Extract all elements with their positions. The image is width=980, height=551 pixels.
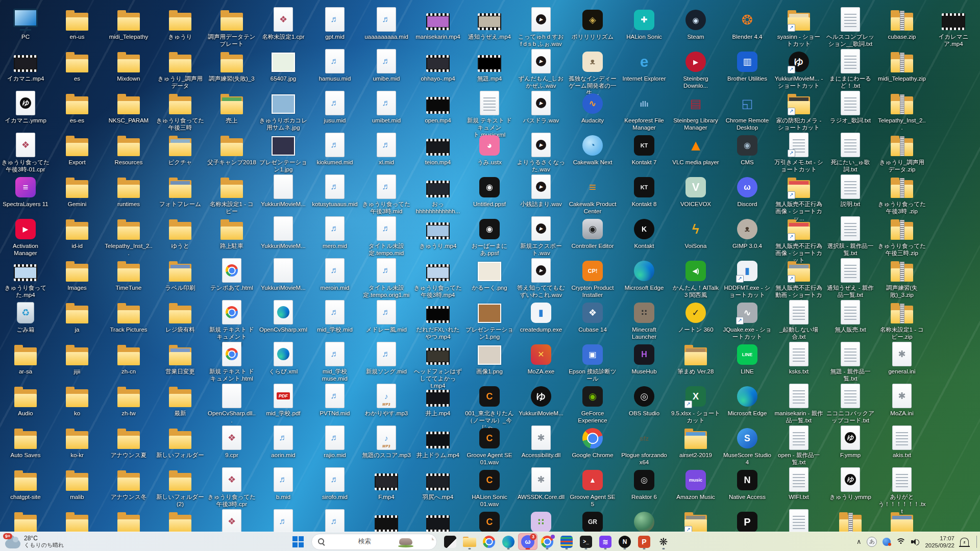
desktop-icon[interactable]: runtimes: [104, 174, 153, 208]
desktop-icon[interactable]: ♬rajio.mid: [310, 425, 359, 459]
desktop-icon[interactable]: ↗無人販売不正行為動画 - ショートカット: [774, 258, 823, 306]
desktop-icon[interactable]: ❂Blender 4.4: [723, 7, 772, 40]
taskbar-chrome-profile-button[interactable]: [537, 533, 557, 550]
desktop-icon[interactable]: 説明.txt: [826, 174, 875, 208]
desktop-icon[interactable]: ♬mid_学校.mid: [310, 300, 359, 333]
desktop-icon[interactable]: ♬mid_学校muse.mid: [310, 342, 359, 382]
desktop-icon[interactable]: ∿Audacity: [568, 91, 617, 124]
desktop-icon[interactable]: cubase.zip: [877, 7, 926, 40]
desktop-icon[interactable]: ♪MP3無題のスコア.mp3: [362, 425, 411, 459]
desktop-icon[interactable]: Export: [53, 133, 102, 166]
desktop-icon[interactable]: ♬きゅうり食ってた午後3時.mid: [362, 174, 411, 215]
desktop-icon[interactable]: jijii: [53, 342, 102, 375]
volume-icon[interactable]: [911, 538, 919, 545]
search-daily-image-rhino[interactable]: [398, 536, 434, 547]
desktop-icon[interactable]: eInternet Explorer: [620, 49, 669, 82]
desktop-icon[interactable]: Auto Saves: [1, 425, 50, 459]
desktop-icon[interactable]: CGroove Agent SE 01.wav: [465, 425, 514, 466]
desktop-icon[interactable]: ✚HALion Sonic: [620, 7, 669, 40]
desktop-icon[interactable]: ▶小銭詰まり.wav: [517, 174, 566, 208]
desktop-icon[interactable]: 画像1.png: [465, 342, 514, 375]
desktop-icon[interactable]: TimeTune: [104, 258, 153, 291]
desktop-icon[interactable]: ♬umibe.mid: [362, 49, 411, 82]
desktop-icon[interactable]: F.mp4: [362, 467, 411, 500]
desktop-icon[interactable]: WIFI.txt: [774, 467, 823, 500]
desktop-icon[interactable]: きゅうり食ってた午後3時 .zip: [877, 174, 926, 215]
desktop-icon[interactable]: ↗万引きメモ.txt - ショートカット: [774, 133, 823, 173]
desktop-icon[interactable]: ♬uaaaaaaaaa.mid: [362, 7, 411, 40]
desktop-icon[interactable]: ♬mero.mid: [310, 216, 359, 249]
desktop-icon[interactable]: ↗無人販売不正行為画像 - ショートカット: [774, 216, 823, 264]
desktop-icon[interactable]: 選択肢 - 親作品一覧.txt: [826, 216, 875, 257]
desktop-icon[interactable]: アナウンス冬: [104, 467, 153, 500]
search-box[interactable]: 検索: [311, 534, 437, 550]
desktop-icon[interactable]: きゅうり_調声用データ: [156, 49, 205, 89]
desktop-icon[interactable]: ◎Reaktor 6: [620, 467, 669, 500]
desktop-icon[interactable]: ∷Minecraft Launcher: [620, 300, 669, 340]
desktop-icon[interactable]: YukkuriMovieM...: [259, 216, 308, 249]
taskbar-terminal-button[interactable]: >_: [576, 533, 596, 550]
desktop-icon[interactable]: くらび.xml: [259, 342, 308, 375]
desktop-icon[interactable]: 調声練習(失敗)_3.zip: [877, 258, 926, 298]
desktop-icon[interactable]: 最新: [156, 384, 205, 417]
desktop-icon[interactable]: ♬kiokumed.mid: [310, 133, 359, 166]
desktop-icon[interactable]: ◀)かんたん！AITalk 3 関西風: [671, 258, 720, 298]
desktop-icon[interactable]: ▶Activation Manager: [1, 216, 50, 257]
desktop-icon[interactable]: ♬b.mid: [259, 467, 308, 500]
desktop-icon[interactable]: ▲Groove Agent SE 5: [568, 467, 617, 508]
desktop-icon[interactable]: ❖名称未設定1.cpr: [259, 7, 308, 40]
desktop-icon[interactable]: chatgpt-site: [1, 467, 50, 500]
desktop-icon[interactable]: malib: [53, 467, 102, 500]
desktop-icon[interactable]: PDFmid_学校.pdf: [259, 384, 308, 417]
desktop-icon[interactable]: 名称未設定1 - コピー.zip: [877, 300, 926, 340]
desktop-icon[interactable]: C001_東北きりたん（ノーマル）_今じゃ...: [465, 384, 514, 431]
desktop-icon[interactable]: ♻ごみ箱: [1, 300, 50, 333]
desktop-icon[interactable]: ♬新規ソング.mid: [362, 342, 411, 375]
desktop-icon[interactable]: ゆイカマニ.ymmp: [1, 91, 50, 124]
desktop-icon[interactable]: ϟVoiSona: [671, 216, 720, 249]
desktop-icon[interactable]: ᴥ孤独なインディーゲーム開発者の一生 ...: [568, 49, 617, 96]
desktop-icon[interactable]: zh-tw: [104, 384, 153, 417]
ime-a-icon[interactable]: あ: [867, 537, 877, 547]
taskbar-powerpoint-button[interactable]: P: [634, 533, 654, 550]
desktop-icon[interactable]: ❖Cubase 14: [568, 300, 617, 333]
desktop-icon[interactable]: プレゼンテーション1.jpg: [259, 133, 308, 173]
desktop-icon[interactable]: アナウンス夏: [104, 425, 153, 459]
desktop-icon[interactable]: ヘッドフォンはずしててよかっt.mp4: [413, 342, 462, 389]
taskbar-black-white-app-button[interactable]: [440, 533, 460, 550]
desktop-icon[interactable]: KTKontakt 8: [620, 174, 669, 208]
desktop-icon[interactable]: ✱MoZA.ini: [877, 384, 926, 417]
desktop-icon[interactable]: airset2-2019: [671, 425, 720, 459]
taskbar-chrome-button[interactable]: [479, 533, 499, 550]
desktop-icon[interactable]: ピクチャ: [156, 133, 205, 166]
desktop-icon[interactable]: manisekarin.mp4: [413, 7, 462, 40]
desktop-icon[interactable]: Telepathy_Inst_2...: [104, 216, 153, 257]
desktop-icon[interactable]: 新しいフォルダー: [156, 425, 205, 459]
desktop-icon[interactable]: ♬jusu.mid: [310, 91, 359, 124]
taskbar-purple-layers-app-button[interactable]: ≋: [596, 533, 615, 550]
desktop-icon[interactable]: _起動しない場合.txt: [774, 300, 823, 340]
desktop-icon[interactable]: ♬メドレー風.mid: [362, 300, 411, 333]
desktop-icon[interactable]: ▣Epson 接続診断ツール: [568, 342, 617, 382]
taskbar-chatgpt-button[interactable]: ❋: [654, 533, 673, 550]
desktop-icon[interactable]: ▶バスドラ.wav: [517, 91, 566, 124]
desktop-icon[interactable]: ♬sirofo.mid: [310, 467, 359, 500]
desktop-icon[interactable]: ohhayo-.mp4: [413, 49, 462, 82]
desktop-icon[interactable]: LINELINE: [723, 342, 772, 375]
desktop-icon[interactable]: ↗家の防犯カメラ - ショートカット: [774, 91, 823, 131]
desktop-icon[interactable]: Audio: [1, 384, 50, 417]
tray-chevron-up-icon[interactable]: ∧: [856, 538, 862, 545]
taskbar-file-explorer-button[interactable]: [460, 533, 479, 550]
desktop-icon[interactable]: ▶こってゅh d すお f d s b ふぉ.wav: [517, 7, 566, 47]
desktop-icon[interactable]: HMuseHub: [620, 342, 669, 375]
desktop-icon[interactable]: ニコニコバックアップコード.txt: [826, 384, 875, 424]
desktop-icon[interactable]: CP!Crypton Product Installer: [568, 258, 617, 298]
desktop-icon[interactable]: ↗無人販売不正行為画像 - ショートカッ...: [774, 174, 823, 222]
desktop-icon[interactable]: ∿↗JQuake.exe - ショートカット: [723, 300, 772, 340]
desktop-icon[interactable]: ラジオ_歌詞.txt: [826, 91, 875, 124]
desktop-icon[interactable]: id-id: [53, 216, 102, 249]
desktop-icon[interactable]: ksks.txt: [774, 342, 823, 375]
desktop-icon[interactable]: Google Chrome: [568, 425, 617, 459]
desktop-icon[interactable]: PC: [1, 7, 50, 40]
desktop-icon[interactable]: ▶Steinberg Downlo...: [671, 49, 720, 89]
